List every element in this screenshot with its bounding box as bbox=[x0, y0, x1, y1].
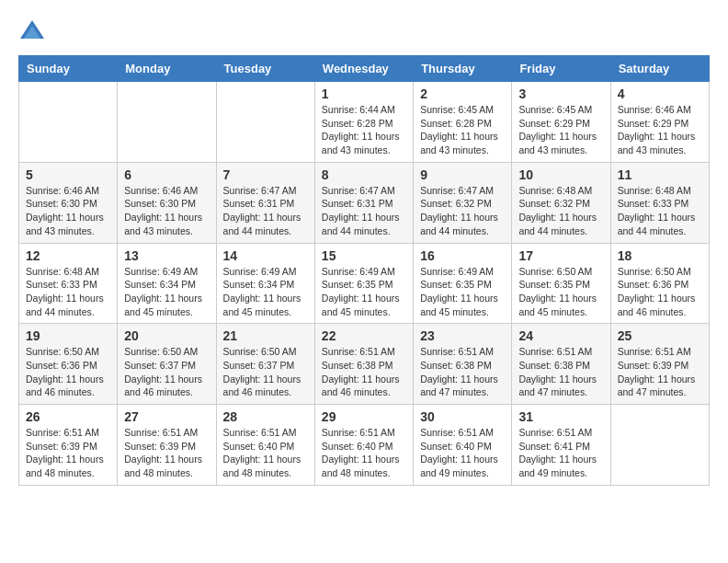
calendar-cell bbox=[216, 82, 314, 163]
day-number: 30 bbox=[420, 409, 505, 424]
day-info: Sunrise: 6:51 AM Sunset: 6:38 PM Dayligh… bbox=[518, 345, 603, 399]
day-number: 15 bbox=[322, 248, 406, 263]
day-info: Sunrise: 6:49 AM Sunset: 6:35 PM Dayligh… bbox=[322, 265, 406, 319]
calendar-cell bbox=[19, 82, 118, 163]
day-info: Sunrise: 6:44 AM Sunset: 6:28 PM Dayligh… bbox=[322, 103, 406, 157]
calendar-cell: 22Sunrise: 6:51 AM Sunset: 6:38 PM Dayli… bbox=[314, 324, 413, 405]
day-info: Sunrise: 6:51 AM Sunset: 6:40 PM Dayligh… bbox=[223, 426, 308, 480]
calendar-cell: 19Sunrise: 6:50 AM Sunset: 6:36 PM Dayli… bbox=[19, 324, 118, 405]
logo bbox=[18, 18, 50, 46]
day-number: 27 bbox=[124, 409, 209, 424]
calendar-cell: 3Sunrise: 6:45 AM Sunset: 6:29 PM Daylig… bbox=[512, 82, 610, 163]
day-info: Sunrise: 6:49 AM Sunset: 6:34 PM Dayligh… bbox=[223, 265, 308, 319]
day-info: Sunrise: 6:49 AM Sunset: 6:35 PM Dayligh… bbox=[420, 265, 505, 319]
day-info: Sunrise: 6:46 AM Sunset: 6:30 PM Dayligh… bbox=[26, 184, 110, 238]
day-number: 3 bbox=[518, 86, 603, 101]
weekday-friday: Friday bbox=[512, 56, 610, 82]
calendar-cell bbox=[610, 405, 709, 486]
day-number: 5 bbox=[26, 167, 110, 182]
calendar-table: SundayMondayTuesdayWednesdayThursdayFrid… bbox=[18, 55, 710, 486]
day-number: 19 bbox=[26, 328, 110, 343]
day-info: Sunrise: 6:51 AM Sunset: 6:41 PM Dayligh… bbox=[518, 426, 603, 480]
calendar-cell bbox=[118, 82, 216, 163]
calendar-cell: 23Sunrise: 6:51 AM Sunset: 6:38 PM Dayli… bbox=[414, 324, 512, 405]
day-number: 16 bbox=[420, 248, 505, 263]
day-number: 23 bbox=[420, 328, 505, 343]
day-number: 21 bbox=[223, 328, 308, 343]
calendar-cell: 13Sunrise: 6:49 AM Sunset: 6:34 PM Dayli… bbox=[118, 243, 216, 324]
day-info: Sunrise: 6:50 AM Sunset: 6:36 PM Dayligh… bbox=[26, 345, 110, 399]
calendar-week-5: 26Sunrise: 6:51 AM Sunset: 6:39 PM Dayli… bbox=[19, 405, 710, 486]
calendar-cell: 30Sunrise: 6:51 AM Sunset: 6:40 PM Dayli… bbox=[414, 405, 512, 486]
weekday-saturday: Saturday bbox=[610, 56, 709, 82]
page-header bbox=[18, 18, 710, 46]
day-number: 10 bbox=[518, 167, 603, 182]
day-info: Sunrise: 6:48 AM Sunset: 6:32 PM Dayligh… bbox=[518, 184, 603, 238]
weekday-wednesday: Wednesday bbox=[314, 56, 413, 82]
calendar-cell: 28Sunrise: 6:51 AM Sunset: 6:40 PM Dayli… bbox=[216, 405, 314, 486]
day-number: 20 bbox=[124, 328, 209, 343]
calendar-cell: 31Sunrise: 6:51 AM Sunset: 6:41 PM Dayli… bbox=[512, 405, 610, 486]
day-number: 4 bbox=[618, 86, 702, 101]
day-number: 6 bbox=[124, 167, 209, 182]
day-number: 24 bbox=[518, 328, 603, 343]
calendar-body: 1Sunrise: 6:44 AM Sunset: 6:28 PM Daylig… bbox=[19, 82, 710, 486]
calendar-cell: 12Sunrise: 6:48 AM Sunset: 6:33 PM Dayli… bbox=[19, 243, 118, 324]
calendar-week-2: 5Sunrise: 6:46 AM Sunset: 6:30 PM Daylig… bbox=[19, 162, 710, 243]
day-number: 7 bbox=[223, 167, 308, 182]
calendar-cell: 5Sunrise: 6:46 AM Sunset: 6:30 PM Daylig… bbox=[19, 162, 118, 243]
day-number: 18 bbox=[618, 248, 702, 263]
day-info: Sunrise: 6:51 AM Sunset: 6:40 PM Dayligh… bbox=[322, 426, 406, 480]
calendar-cell: 4Sunrise: 6:46 AM Sunset: 6:29 PM Daylig… bbox=[610, 82, 709, 163]
day-info: Sunrise: 6:46 AM Sunset: 6:30 PM Dayligh… bbox=[124, 184, 209, 238]
calendar-cell: 24Sunrise: 6:51 AM Sunset: 6:38 PM Dayli… bbox=[512, 324, 610, 405]
calendar-cell: 17Sunrise: 6:50 AM Sunset: 6:35 PM Dayli… bbox=[512, 243, 610, 324]
weekday-sunday: Sunday bbox=[19, 56, 118, 82]
day-number: 13 bbox=[124, 248, 209, 263]
calendar-week-4: 19Sunrise: 6:50 AM Sunset: 6:36 PM Dayli… bbox=[19, 324, 710, 405]
calendar-cell: 8Sunrise: 6:47 AM Sunset: 6:31 PM Daylig… bbox=[314, 162, 413, 243]
calendar-cell: 2Sunrise: 6:45 AM Sunset: 6:28 PM Daylig… bbox=[414, 82, 512, 163]
day-number: 2 bbox=[420, 86, 505, 101]
day-info: Sunrise: 6:48 AM Sunset: 6:33 PM Dayligh… bbox=[26, 265, 110, 319]
calendar-cell: 7Sunrise: 6:47 AM Sunset: 6:31 PM Daylig… bbox=[216, 162, 314, 243]
calendar-cell: 26Sunrise: 6:51 AM Sunset: 6:39 PM Dayli… bbox=[19, 405, 118, 486]
day-number: 11 bbox=[618, 167, 702, 182]
day-number: 28 bbox=[223, 409, 308, 424]
calendar-cell: 15Sunrise: 6:49 AM Sunset: 6:35 PM Dayli… bbox=[314, 243, 413, 324]
day-info: Sunrise: 6:50 AM Sunset: 6:36 PM Dayligh… bbox=[618, 265, 702, 319]
day-number: 29 bbox=[322, 409, 406, 424]
weekday-header-row: SundayMondayTuesdayWednesdayThursdayFrid… bbox=[19, 56, 710, 82]
day-info: Sunrise: 6:47 AM Sunset: 6:32 PM Dayligh… bbox=[420, 184, 505, 238]
day-number: 26 bbox=[26, 409, 110, 424]
calendar-cell: 29Sunrise: 6:51 AM Sunset: 6:40 PM Dayli… bbox=[314, 405, 413, 486]
weekday-monday: Monday bbox=[118, 56, 216, 82]
day-number: 31 bbox=[518, 409, 603, 424]
day-info: Sunrise: 6:50 AM Sunset: 6:37 PM Dayligh… bbox=[124, 345, 209, 399]
day-number: 25 bbox=[618, 328, 702, 343]
day-number: 14 bbox=[223, 248, 308, 263]
calendar-cell: 6Sunrise: 6:46 AM Sunset: 6:30 PM Daylig… bbox=[118, 162, 216, 243]
calendar-cell: 1Sunrise: 6:44 AM Sunset: 6:28 PM Daylig… bbox=[314, 82, 413, 163]
day-info: Sunrise: 6:51 AM Sunset: 6:38 PM Dayligh… bbox=[420, 345, 505, 399]
day-number: 17 bbox=[518, 248, 603, 263]
day-info: Sunrise: 6:51 AM Sunset: 6:38 PM Dayligh… bbox=[322, 345, 406, 399]
calendar-cell: 14Sunrise: 6:49 AM Sunset: 6:34 PM Dayli… bbox=[216, 243, 314, 324]
day-info: Sunrise: 6:47 AM Sunset: 6:31 PM Dayligh… bbox=[223, 184, 308, 238]
calendar-header: SundayMondayTuesdayWednesdayThursdayFrid… bbox=[19, 56, 710, 82]
day-info: Sunrise: 6:51 AM Sunset: 6:40 PM Dayligh… bbox=[420, 426, 505, 480]
calendar-cell: 27Sunrise: 6:51 AM Sunset: 6:39 PM Dayli… bbox=[118, 405, 216, 486]
day-number: 1 bbox=[322, 86, 406, 101]
day-info: Sunrise: 6:46 AM Sunset: 6:29 PM Dayligh… bbox=[618, 103, 702, 157]
calendar-week-1: 1Sunrise: 6:44 AM Sunset: 6:28 PM Daylig… bbox=[19, 82, 710, 163]
calendar-cell: 16Sunrise: 6:49 AM Sunset: 6:35 PM Dayli… bbox=[414, 243, 512, 324]
day-number: 12 bbox=[26, 248, 110, 263]
calendar-cell: 9Sunrise: 6:47 AM Sunset: 6:32 PM Daylig… bbox=[414, 162, 512, 243]
weekday-thursday: Thursday bbox=[414, 56, 512, 82]
calendar-cell: 25Sunrise: 6:51 AM Sunset: 6:39 PM Dayli… bbox=[610, 324, 709, 405]
day-info: Sunrise: 6:45 AM Sunset: 6:28 PM Dayligh… bbox=[420, 103, 505, 157]
day-info: Sunrise: 6:51 AM Sunset: 6:39 PM Dayligh… bbox=[124, 426, 209, 480]
calendar-cell: 10Sunrise: 6:48 AM Sunset: 6:32 PM Dayli… bbox=[512, 162, 610, 243]
logo-icon bbox=[18, 18, 46, 46]
day-info: Sunrise: 6:51 AM Sunset: 6:39 PM Dayligh… bbox=[618, 345, 702, 399]
